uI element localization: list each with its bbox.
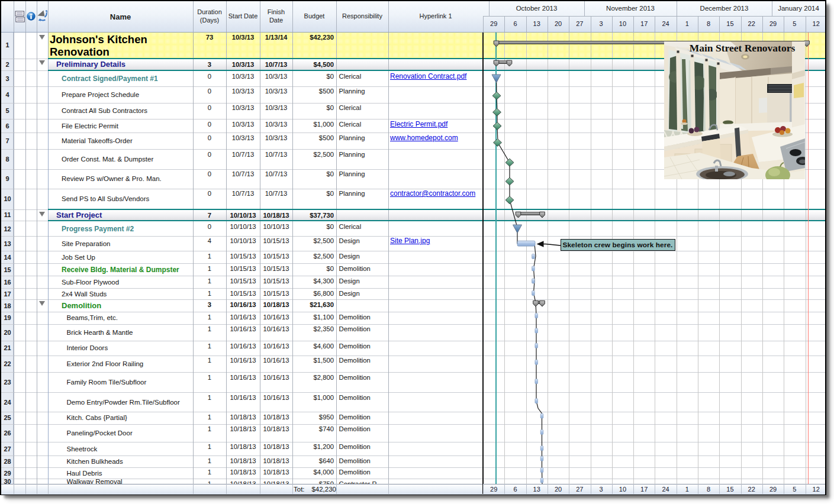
svg-text:Main Street Renovators: Main Street Renovators — [690, 42, 796, 54]
